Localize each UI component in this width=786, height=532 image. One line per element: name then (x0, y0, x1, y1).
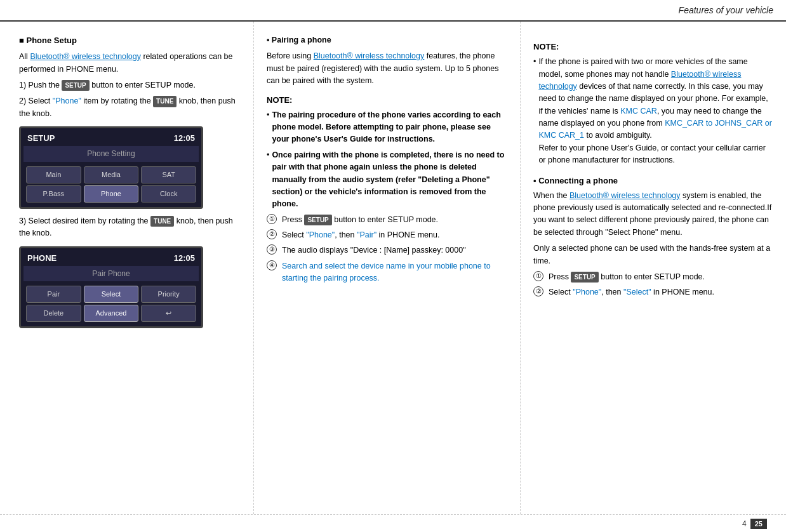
screen1-header: SETUP 12:05 (23, 131, 199, 146)
page-footer: 4 25 (0, 514, 786, 532)
circle-3: ③ (267, 244, 277, 255)
step-text-2: Select "Phone", then "Pair" in PHONE men… (282, 229, 439, 241)
connecting-title: • Connecting a phone (533, 175, 773, 187)
circle-right-2: ② (533, 286, 543, 296)
page-num-badge: 25 (750, 519, 767, 529)
screen1-btn-main: Main (26, 166, 81, 183)
phone-ref-3: "Phone" (573, 288, 601, 296)
kmc-car-ref: KMC CAR (620, 107, 657, 116)
note-bullet-2: • (267, 149, 269, 211)
bluetooth-ref-1: Bluetooth® wireless technology (30, 52, 141, 61)
screen2-row2: Delete Advanced ↩ (23, 305, 199, 324)
circle-right-1: ① (533, 271, 543, 281)
step-circle-right-2: ② Select "Phone", then "Select" in PHONE… (533, 286, 773, 298)
step-circle-3: ③ The audio displays "Device : [Name] pa… (267, 244, 509, 256)
left-column: Phone Setup All Bluetooth® wireless tech… (0, 22, 254, 514)
screen2-btn-select: Select (84, 286, 139, 303)
connecting-note: Only a selected phone can be used with t… (533, 243, 773, 267)
step-text-3: The audio displays "Device : [Name] pass… (282, 244, 466, 256)
main-content: Phone Setup All Bluetooth® wireless tech… (0, 22, 786, 514)
note-text-right-1: If the phone is paired with two or more … (538, 56, 773, 166)
screen2-btn-pair: Pair (26, 286, 81, 303)
section-title-phone-setup: Phone Setup (19, 34, 242, 47)
pairing-intro: Before using Bluetooth® wireless technol… (267, 50, 509, 87)
screen2-title: Pair Phone (23, 266, 199, 282)
page-number: 4 25 (742, 519, 767, 529)
connecting-intro: When the Bluetooth® wireless technology … (533, 190, 773, 239)
screen1-btn-phone: Phone (84, 185, 139, 203)
note-list-right: • If the phone is paired with two or mor… (533, 56, 773, 166)
note-item-right-1: • If the phone is paired with two or mor… (533, 56, 773, 166)
note-title-right: NOTE: (533, 41, 773, 53)
screen1-btn-media: Media (84, 166, 139, 183)
screen2-label-left: PHONE (27, 252, 57, 265)
step-3: 3) Select desired item by rotating the T… (19, 215, 242, 240)
screen2-btn-advanced: Advanced (84, 305, 139, 322)
screen1-row2: P.Bass Phone Clock (23, 185, 199, 204)
kmc-car-from-ref: KMC_CAR to JOHNS_CAR or KMC CAR_1 (538, 119, 772, 140)
screen2-btn-priority: Priority (141, 286, 196, 303)
mid-column: • Pairing a phone Before using Bluetooth… (254, 22, 521, 514)
tune-btn-ref-1: TUNE (153, 96, 177, 107)
header-title: Features of your vehicle (679, 5, 773, 15)
setup-btn-ref-2: SETUP (304, 215, 331, 226)
screen2-row1: Pair Select Priority (23, 284, 199, 305)
page-num-left: 4 (742, 519, 747, 528)
phone-ref-2: "Phone" (306, 230, 335, 239)
screen1-title: Phone Setting (23, 146, 199, 162)
screen1-btn-pbass: P.Bass (26, 185, 81, 203)
note-text-1: The pairing procedure of the phone varie… (272, 109, 509, 146)
step-text-right-1: Press SETUP button to enter SETUP mode. (549, 271, 705, 283)
intro-paragraph: All Bluetooth® wireless technology relat… (19, 51, 242, 76)
note-text-2: Once pairing with the phone is completed… (272, 149, 509, 211)
circle-2: ② (267, 229, 277, 239)
screen1-btn-sat: SAT (141, 166, 196, 183)
note-list-1: • The pairing procedure of the phone var… (267, 109, 509, 211)
tune-btn-ref-2: TUNE (150, 216, 174, 227)
step-text-4: Search and select the device name in you… (282, 260, 509, 285)
screen1-label-left: SETUP (27, 132, 55, 145)
bluetooth-ref-4: Bluetooth® wireless technology (570, 191, 681, 200)
intro-text: All (19, 52, 30, 61)
bluetooth-ref-3: Bluetooth® wireless technology (538, 70, 741, 91)
circle-4: ④ (267, 260, 277, 270)
bluetooth-ref-2: Bluetooth® wireless technology (314, 51, 425, 60)
screen1-label-right: 12:05 (174, 132, 195, 145)
screen2-label-right: 12:05 (174, 252, 195, 265)
select-ref: "Select" (623, 288, 651, 296)
screen1-btn-clock: Clock (141, 185, 196, 203)
setup-screen-mockup: SETUP 12:05 Phone Setting Main Media SAT… (19, 126, 203, 209)
page-header: Features of your vehicle (0, 0, 786, 22)
setup-btn-ref-3: SETUP (571, 272, 598, 283)
step-2: 2) Select "Phone" item by rotating the T… (19, 95, 242, 120)
screen1-row1: Main Media SAT (23, 164, 199, 185)
phone-screen-mockup: PHONE 12:05 Pair Phone Pair Select Prior… (19, 246, 203, 329)
note-bullet-right-1: • (533, 56, 536, 166)
note-bullet-1: • (267, 109, 269, 146)
step-circle-right-1: ① Press SETUP button to enter SETUP mode… (533, 271, 773, 283)
phone-ref: "Phone" (53, 96, 81, 105)
step-circle-4: ④ Search and select the device name in y… (267, 260, 509, 285)
screen2-btn-back: ↩ (141, 305, 196, 322)
right-column: NOTE: • If the phone is paired with two … (521, 22, 786, 514)
screen2-btn-delete: Delete (26, 305, 81, 322)
step-text-right-2: Select "Phone", then "Select" in PHONE m… (549, 286, 714, 298)
note-item-1: • The pairing procedure of the phone var… (267, 109, 509, 146)
step-circle-2: ② Select "Phone", then "Pair" in PHONE m… (267, 229, 509, 241)
step-circle-1: ① Press SETUP button to enter SETUP mode… (267, 214, 509, 226)
screen2-header: PHONE 12:05 (23, 251, 199, 266)
pair-ref: "Pair" (357, 230, 376, 239)
setup-btn-ref-1: SETUP (62, 80, 89, 91)
note-item-2: • Once pairing with the phone is complet… (267, 149, 509, 211)
step-text-1: Press SETUP button to enter SETUP mode. (282, 214, 438, 226)
circle-1: ① (267, 214, 277, 224)
note-title-1: NOTE: (267, 94, 509, 107)
step-1: 1) Push the SETUP button to enter SETUP … (19, 79, 242, 91)
pairing-title: • Pairing a phone (267, 34, 509, 46)
